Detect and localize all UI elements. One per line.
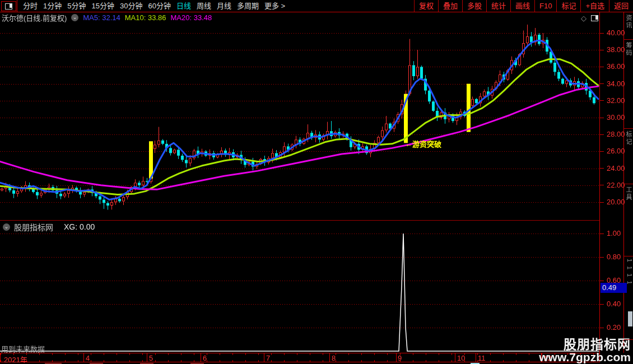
month-separator (329, 353, 330, 362)
period-tab-分时[interactable]: 分时 (20, 0, 40, 12)
price-26.00-label: 26.00 (607, 147, 626, 155)
price-40.00-label: 40.00 (607, 29, 626, 37)
tool-button-标记[interactable]: 标记 (556, 0, 580, 12)
price-24.00-tick (600, 168, 604, 169)
month-label-11: 11 (478, 354, 486, 362)
watermark-site-name: 股朋指标网 (539, 338, 631, 351)
value-0.60-tick (600, 281, 604, 281)
month-label-5: 5 (149, 354, 153, 362)
price-24.00-label: 24.00 (607, 164, 626, 172)
right-sidebar-strip[interactable]: 资讯筹码标记工具1 1 1 1 (624, 12, 633, 353)
month-label-7: 7 (266, 354, 270, 362)
sidebar-tab-5[interactable]: 1 1 1 1 (624, 256, 633, 340)
price-32.00-tick (600, 100, 604, 101)
period-tab-5分钟[interactable]: 5分钟 (64, 0, 89, 12)
price-20.00-label: 20.00 (607, 198, 626, 206)
watermark-url: www.7gpzb.com (539, 351, 631, 363)
price-22.00-label: 22.00 (607, 181, 626, 189)
date-axis[interactable]: 2021年456789101112 (0, 353, 599, 362)
diamond-icon[interactable]: ◇ (581, 14, 587, 22)
value-1.00-tick (600, 234, 604, 234)
ma20-value: MA20: 33.48 (171, 13, 212, 22)
kline-chart-canvas[interactable] (0, 0, 633, 364)
month-label-6: 6 (203, 354, 207, 362)
price-38.00-tick (600, 50, 604, 50)
chevron-down-icon[interactable]: ⌄ (3, 223, 10, 231)
minor-ticks-top (1, 353, 599, 355)
ma5-value: MA5: 32.14 (83, 13, 120, 22)
tool-button-+自选[interactable]: +自选 (580, 0, 609, 12)
breakout-annotation: ←游资突破 (405, 138, 441, 149)
minor-ticks-bottom (1, 360, 599, 362)
month-separator (147, 353, 147, 362)
price-36.00-label: 36.00 (607, 62, 626, 71)
window-split-icon (5, 3, 12, 10)
tool-button-F10[interactable]: F10 (534, 0, 556, 12)
tool-button-叠加[interactable]: 叠加 (438, 0, 462, 12)
period-tab-15分钟[interactable]: 15分钟 (89, 0, 117, 12)
tool-button-画线[interactable]: 画线 (510, 0, 534, 12)
price-34.00-label: 34.00 (607, 80, 626, 88)
chart-title-row: 沃尔德(日线.前复权) ⌄ MA5: 32.14 MA10: 33.86 MA2… (2, 13, 212, 22)
month-label-8: 8 (332, 354, 336, 362)
price-38.00-label: 38.00 (607, 45, 626, 54)
period-tab-月线[interactable]: 月线 (214, 0, 234, 12)
tool-button-返回[interactable]: 返回 (609, 0, 633, 12)
month-label-10: 10 (457, 354, 465, 362)
period-tab-日线[interactable]: 日线 (174, 0, 194, 12)
price-34.00-tick (600, 83, 604, 84)
stock-title: 沃尔德(日线.前复权) (2, 12, 67, 23)
value-0.20-label: 0.20 (607, 323, 626, 332)
scrollbar-thumb[interactable] (628, 311, 632, 326)
chevron-down-icon[interactable]: ⌄ (71, 14, 78, 21)
sidebar-tab-2[interactable]: 筹码 (624, 40, 633, 129)
period-tab-60分钟[interactable]: 60分钟 (145, 0, 173, 12)
indicator-value: XG: 0.00 (64, 222, 95, 231)
month-separator (264, 353, 264, 362)
menu-bottom-border (0, 12, 633, 12)
indicator-name: 股朋指标网 (14, 221, 53, 232)
window-layout-button[interactable] (1, 1, 16, 11)
period-tab-1分钟[interactable]: 1分钟 (40, 0, 64, 12)
period-menu: 分时1分钟5分钟15分钟30分钟60分钟日线周线月线多周期更多 > (20, 0, 288, 12)
month-separator (201, 353, 201, 362)
period-tab-30分钟[interactable]: 30分钟 (117, 0, 145, 12)
sidebar-tab-1[interactable]: 资讯 (624, 12, 633, 40)
trading-app-window: { "topbar": { "left_items": ["分时","1分钟",… (0, 0, 633, 364)
price-30.00-tick (600, 118, 604, 118)
ma10-value: MA10: 33.86 (125, 13, 166, 22)
tool-button-复权[interactable]: 复权 (414, 0, 438, 12)
panel-separator (0, 220, 599, 221)
tool-button-统计[interactable]: 统计 (486, 0, 510, 12)
period-tab-多周期[interactable]: 多周期 (234, 0, 262, 12)
price-32.00-label: 32.00 (607, 96, 626, 105)
watermark: 股朋指标网 www.7gpzb.com (539, 338, 631, 363)
value-0.20-tick (600, 328, 604, 328)
sidebar-tab-4[interactable]: 工具 (624, 184, 633, 256)
period-tab-更多 >[interactable]: 更多 > (262, 0, 288, 12)
month-separator (396, 353, 397, 362)
month-separator (83, 353, 84, 362)
value-0.40-tick (600, 304, 604, 305)
pane-layout-icon[interactable] (591, 15, 598, 21)
price-22.00-tick (600, 185, 604, 185)
period-tab-周线[interactable]: 周线 (194, 0, 214, 12)
month-label-4: 4 (86, 354, 90, 362)
tool-button-多股[interactable]: 多股 (462, 0, 486, 12)
price-40.00-tick (600, 33, 604, 34)
sidebar-tab-3[interactable]: 标记 (624, 129, 633, 184)
price-28.00-tick (600, 134, 604, 135)
month-separator (476, 353, 476, 362)
month-label-9: 9 (398, 354, 402, 362)
axis-left-border (599, 12, 600, 362)
month-separator (455, 353, 455, 362)
price-28.00-label: 28.00 (607, 130, 626, 138)
value-0.80-tick (600, 257, 604, 258)
price-30.00-label: 30.00 (607, 113, 626, 122)
value-0.80-label: 0.80 (607, 253, 626, 261)
price-36.00-tick (600, 67, 604, 67)
chart-corner-icons: ◇ (581, 14, 598, 22)
tools-menu: 复权叠加多股统计画线F10标记+自选返回 (414, 0, 633, 12)
value-0.40-label: 0.40 (607, 300, 626, 308)
menu-divider (17, 0, 17, 12)
